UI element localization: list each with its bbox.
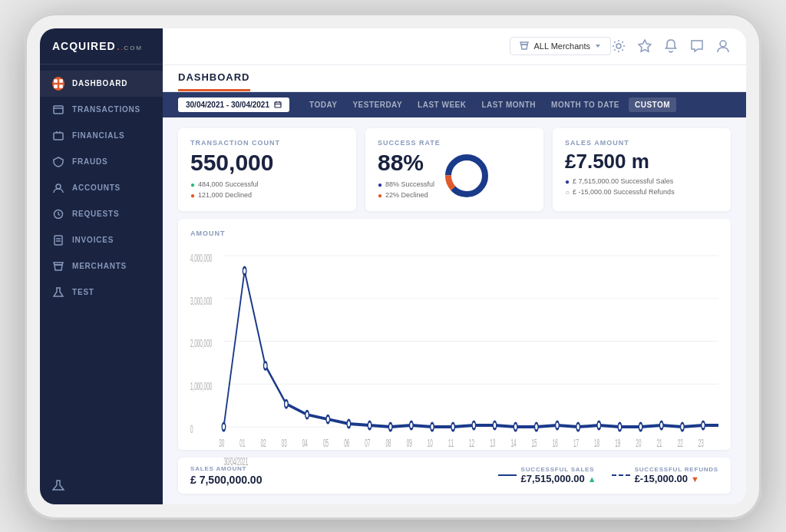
filter-custom[interactable]: CUSTOM xyxy=(629,97,676,112)
svg-point-49 xyxy=(576,423,580,431)
calendar-icon xyxy=(274,101,282,108)
svg-point-42 xyxy=(431,423,434,431)
sales-amount-refunds: ○ £ -15,000.00 Successful Refunds xyxy=(565,188,718,197)
financials-icon xyxy=(52,130,64,142)
svg-point-38 xyxy=(347,420,351,428)
sidebar-item-invoices[interactable]: INVOICES xyxy=(40,227,163,253)
svg-point-41 xyxy=(410,421,414,429)
svg-text:20: 20 xyxy=(636,437,641,448)
sidebar-item-label: INVOICES xyxy=(72,236,114,244)
sidebar-item-label: ACCOUNTS xyxy=(72,183,121,192)
star-icon[interactable] xyxy=(637,38,652,54)
main-content: ALL Merchants xyxy=(163,28,746,504)
successful-sales-bottom: SUCCESSFUL SALES £7,515,000.00 ▲ xyxy=(521,466,596,484)
svg-rect-15 xyxy=(275,102,281,107)
sidebar: ACQUIRED..COM DASHBOARD xyxy=(40,28,163,504)
svg-text:18: 18 xyxy=(594,437,599,448)
successful-refunds-bottom: SUCCESSFUL REFUNDS £-15,000.00 ▼ xyxy=(635,466,718,484)
svg-point-14 xyxy=(720,41,726,47)
successful-sales-trend: ▲ xyxy=(588,474,596,484)
svg-point-35 xyxy=(285,400,289,408)
header: ALL Merchants xyxy=(163,28,746,65)
filter-last-month[interactable]: LAST MONTH xyxy=(476,97,543,112)
svg-point-47 xyxy=(535,423,539,431)
successful-refunds-legend: SUCCESSFUL REFUNDS £-15,000.00 ▼ xyxy=(612,466,718,484)
sidebar-item-frauds[interactable]: FRAUDS xyxy=(40,149,163,175)
sales-amount-label: SALES AMOUNT xyxy=(565,139,718,147)
sidebar-item-label: FINANCIALS xyxy=(72,131,125,140)
success-rate-successful: ● 88% Successful xyxy=(378,180,434,189)
success-rate-declined: ● 22% Declined xyxy=(378,191,434,200)
svg-text:15: 15 xyxy=(532,437,537,448)
logo-text: ACQUIRED xyxy=(52,40,116,52)
sidebar-item-requests[interactable]: REQUESTS xyxy=(40,201,163,227)
svg-point-45 xyxy=(493,421,497,429)
svg-point-52 xyxy=(639,423,642,431)
filter-month-to-date[interactable]: MONTH TO DATE xyxy=(545,97,626,112)
successful-sales-value: £7,515,000.00 xyxy=(521,473,585,484)
sidebar-item-test[interactable]: TEST xyxy=(40,279,163,306)
svg-text:07: 07 xyxy=(365,437,370,448)
svg-point-39 xyxy=(368,421,372,429)
bell-icon[interactable] xyxy=(663,38,679,54)
svg-text:08: 08 xyxy=(385,437,391,448)
transaction-count-label: TRANSACTION COUNT xyxy=(190,139,344,147)
svg-text:1,000,000: 1,000,000 xyxy=(190,380,212,392)
merchant-icon xyxy=(520,41,529,51)
success-rate-card: SUCCESS RATE 88% ● 88% Successful ● 22% … xyxy=(365,128,543,211)
sidebar-nav: DASHBOARD TRANSACTIONS FINANCIALS xyxy=(40,64,163,471)
svg-text:19: 19 xyxy=(615,437,620,448)
svg-point-33 xyxy=(243,266,246,274)
sidebar-item-accounts[interactable]: ACCOUNTS xyxy=(40,175,163,201)
sidebar-item-dashboard[interactable]: DASHBOARD xyxy=(40,71,163,97)
sidebar-item-transactions[interactable]: TRANSACTIONS xyxy=(40,97,163,123)
filter-yesterday[interactable]: YESTERDAY xyxy=(346,97,408,112)
svg-point-48 xyxy=(556,421,560,429)
donut-chart xyxy=(442,151,491,200)
date-range-button[interactable]: 30/04/2021 - 30/04/2021 xyxy=(178,97,289,112)
success-rate-info: 88% ● 88% Successful ● 22% Declined xyxy=(378,151,434,200)
svg-point-44 xyxy=(472,421,476,429)
svg-text:3,000,000: 3,000,000 xyxy=(190,294,212,306)
svg-rect-2 xyxy=(54,84,58,88)
filter-last-week[interactable]: LAST WEEK xyxy=(411,97,472,112)
chart-label: AMOUNT xyxy=(190,230,718,237)
svg-text:03: 03 xyxy=(282,437,287,448)
merchant-select[interactable]: ALL Merchants xyxy=(510,37,611,55)
sidebar-item-label: TRANSACTIONS xyxy=(72,105,140,114)
settings-icon[interactable] xyxy=(611,38,626,54)
svg-rect-3 xyxy=(59,84,63,88)
transactions-icon xyxy=(52,104,64,116)
svg-text:11: 11 xyxy=(448,437,454,448)
svg-text:23: 23 xyxy=(698,437,704,448)
sidebar-item-label: REQUESTS xyxy=(72,210,119,218)
successful-refunds-trend: ▼ xyxy=(691,474,699,484)
svg-point-55 xyxy=(702,421,705,429)
filter-today[interactable]: TODAY xyxy=(303,97,343,112)
svg-point-53 xyxy=(660,421,664,429)
page-title: DASHBOARD xyxy=(178,71,250,91)
user-icon[interactable] xyxy=(715,38,731,54)
sidebar-item-financials[interactable]: FINANCIALS xyxy=(40,123,163,149)
svg-text:30/04/2021: 30/04/2021 xyxy=(223,455,248,467)
chat-icon[interactable] xyxy=(689,38,705,54)
bottom-sales-amount: SALES AMOUNT £ 7,500,000.00 xyxy=(190,465,262,486)
sidebar-item-merchants[interactable]: MERCHANTS xyxy=(40,253,163,279)
svg-point-20 xyxy=(448,157,485,194)
transaction-count-card: TRANSACTION COUNT 550,000 ● 484,000 Succ… xyxy=(178,128,356,211)
svg-text:01: 01 xyxy=(239,437,245,448)
svg-point-50 xyxy=(597,421,601,429)
header-center: ALL Merchants xyxy=(510,37,611,55)
svg-rect-9 xyxy=(54,236,62,245)
sidebar-item-label: FRAUDS xyxy=(72,157,107,166)
svg-text:13: 13 xyxy=(490,437,495,448)
svg-text:2,000,000: 2,000,000 xyxy=(190,337,212,349)
frauds-icon xyxy=(52,156,64,168)
svg-point-43 xyxy=(451,423,455,431)
svg-text:22: 22 xyxy=(678,437,683,448)
sidebar-item-label: MERCHANTS xyxy=(72,262,127,270)
svg-point-46 xyxy=(514,423,517,431)
svg-rect-0 xyxy=(54,79,58,83)
svg-point-54 xyxy=(681,423,685,431)
successful-refunds-value: £-15,000.00 xyxy=(635,473,688,484)
